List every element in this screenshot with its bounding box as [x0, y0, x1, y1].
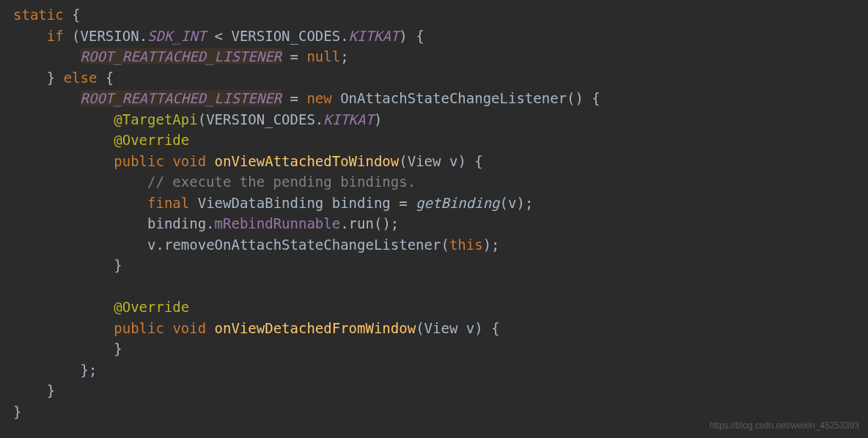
- listener-class: OnAttachStateChangeListener: [340, 90, 567, 106]
- root-listener-field-2: ROOT_REATTACHED_LISTENER: [81, 90, 282, 106]
- keyword-public-1: public: [114, 153, 164, 169]
- version-ref: VERSION: [81, 28, 139, 44]
- line-8: public void onViewAttachedToWindow(View …: [13, 153, 483, 169]
- line-7: @Override: [13, 132, 189, 148]
- line-3: ROOT_REATTACHED_LISTENER = null;: [13, 48, 349, 64]
- line-13: }: [13, 257, 122, 273]
- keyword-if: if: [47, 28, 64, 44]
- keyword-void-1: void: [172, 153, 206, 169]
- keyword-void-2: void: [172, 320, 206, 336]
- keyword-this: this: [449, 237, 483, 253]
- line-10: final ViewDataBinding binding = getBindi…: [13, 195, 533, 211]
- line-9: // execute the pending bindings.: [13, 174, 416, 190]
- keyword-final: final: [147, 195, 189, 211]
- method-on-view-detached: onViewDetachedFromWindow: [215, 320, 416, 336]
- null-literal: null: [306, 48, 340, 64]
- rebind-runnable-field: mRebindRunnable: [215, 215, 341, 231]
- line-1: static {: [13, 7, 81, 23]
- kitkat-field-2: KITKAT: [323, 111, 374, 127]
- line-19: }: [13, 382, 55, 398]
- sdk-int-field: SDK_INT: [147, 28, 206, 44]
- target-api-annotation: @TargetApi: [114, 111, 197, 127]
- line-20: }: [13, 404, 21, 420]
- line-6: @TargetApi(VERSION_CODES.KITKAT): [13, 111, 382, 127]
- kitkat-field: KITKAT: [349, 28, 400, 44]
- keyword-public-2: public: [114, 320, 164, 336]
- override-annotation-2: @Override: [114, 299, 189, 315]
- keyword-static: static: [13, 7, 64, 23]
- get-binding-call: getBinding: [416, 195, 499, 211]
- comment-pending-bindings: // execute the pending bindings.: [147, 174, 416, 190]
- line-15: @Override: [13, 299, 189, 315]
- line-18: };: [13, 362, 97, 378]
- keyword-else: else: [64, 70, 98, 86]
- line-17: }: [13, 341, 122, 357]
- watermark-text: https://blog.csdn.net/weixin_45253393: [710, 419, 859, 432]
- line-11: binding.mRebindRunnable.run();: [13, 215, 399, 231]
- line-4: } else {: [13, 70, 114, 86]
- root-listener-field: ROOT_REATTACHED_LISTENER: [81, 48, 282, 64]
- version-codes-ref: VERSION_CODES: [231, 28, 340, 44]
- line-2: if (VERSION.SDK_INT < VERSION_CODES.KITK…: [13, 28, 424, 44]
- line-12: v.removeOnAttachStateChangeListener(this…: [13, 237, 500, 253]
- code-editor[interactable]: static { if (VERSION.SDK_INT < VERSION_C…: [0, 0, 868, 422]
- keyword-new: new: [306, 90, 331, 106]
- line-5: ROOT_REATTACHED_LISTENER = new OnAttachS…: [13, 90, 600, 106]
- override-annotation-1: @Override: [114, 132, 189, 148]
- line-16: public void onViewDetachedFromWindow(Vie…: [13, 320, 500, 336]
- method-on-view-attached: onViewAttachedToWindow: [215, 153, 400, 169]
